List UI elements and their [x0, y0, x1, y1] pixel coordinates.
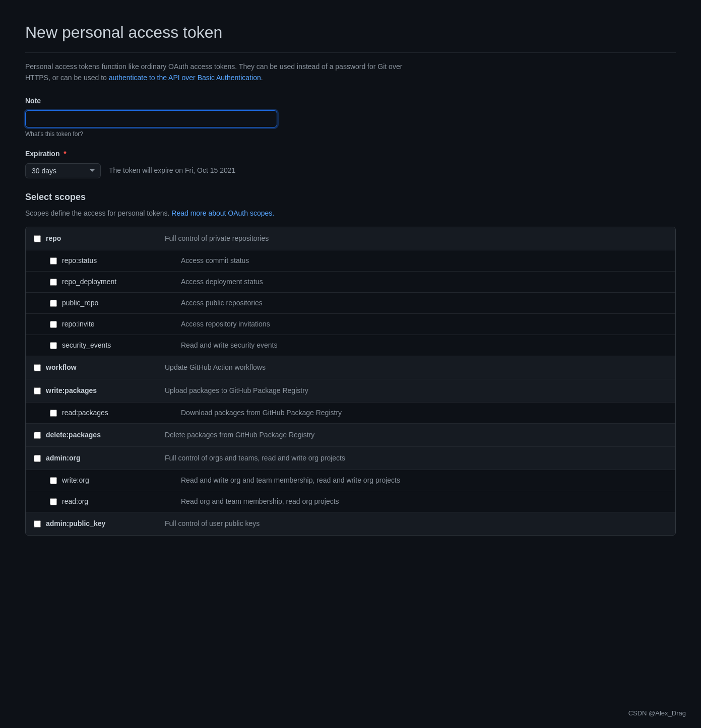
- scope-write-org-desc: Read and write org and team membership, …: [181, 475, 667, 486]
- scopes-description: Scopes define the access for personal to…: [25, 208, 676, 219]
- scope-admin-public-key-wrapper: admin:public_key Full control of user pu…: [26, 512, 675, 535]
- scope-admin-org-parent: admin:org Full control of orgs and teams…: [26, 447, 675, 470]
- expiration-select[interactable]: 7 days 30 days 60 days 90 days Custom No…: [25, 163, 101, 178]
- checkbox-write-packages[interactable]: [34, 387, 41, 394]
- scope-write-packages-parent: write:packages Upload packages to GitHub…: [26, 379, 675, 402]
- checkbox-security-events[interactable]: [50, 342, 57, 349]
- scope-admin-org-wrapper: admin:org Full control of orgs and teams…: [26, 447, 675, 512]
- scopes-section: Select scopes Scopes define the access f…: [25, 190, 676, 536]
- checkbox-read-org[interactable]: [50, 498, 57, 505]
- scope-repo-wrapper: repo Full control of private repositorie…: [26, 227, 675, 356]
- scope-repo-deployment-name: repo_deployment: [62, 277, 116, 287]
- scope-repo-status-name: repo:status: [62, 255, 97, 266]
- scope-admin-public-key-parent: admin:public_key Full control of user pu…: [26, 512, 675, 535]
- scope-delete-packages-parent: delete:packages Delete packages from Git…: [26, 424, 675, 446]
- scope-read-org-row: read:org Read org and team membership, r…: [26, 491, 675, 512]
- scope-repo-status-desc: Access commit status: [181, 255, 667, 266]
- scope-public-repo-row: public_repo Access public repositories: [26, 292, 675, 313]
- scope-repo-invite-name: repo:invite: [62, 319, 95, 329]
- checkbox-write-org[interactable]: [50, 477, 57, 484]
- checkbox-admin-org[interactable]: [34, 455, 41, 462]
- scope-write-packages-name: write:packages: [46, 385, 97, 396]
- scope-read-packages-row: read:packages Download packages from Git…: [26, 402, 675, 423]
- checkbox-public-repo[interactable]: [50, 300, 57, 307]
- scope-public-repo-name: public_repo: [62, 298, 98, 308]
- scope-admin-org-desc: Full control of orgs and teams, read and…: [165, 453, 667, 464]
- scope-read-packages-name: read:packages: [62, 408, 108, 418]
- checkbox-delete-packages[interactable]: [34, 432, 41, 439]
- checkbox-repo[interactable]: [34, 235, 41, 242]
- scope-repo-deployment-row: repo_deployment Access deployment status: [26, 271, 675, 292]
- checkbox-read-packages[interactable]: [50, 410, 57, 417]
- scope-workflow-desc: Update GitHub Action workflows: [165, 362, 667, 373]
- watermark: CSDN @Alex_Drag: [628, 708, 686, 718]
- required-indicator: *: [63, 150, 66, 158]
- checkbox-workflow[interactable]: [34, 364, 41, 371]
- note-label: Note: [25, 96, 676, 106]
- scopes-table: repo Full control of private repositorie…: [25, 227, 676, 536]
- scope-write-packages-desc: Upload packages to GitHub Package Regist…: [165, 385, 667, 396]
- scope-repo-deployment-desc: Access deployment status: [181, 277, 667, 287]
- scope-security-events-desc: Read and write security events: [181, 340, 667, 351]
- checkbox-repo-deployment[interactable]: [50, 279, 57, 286]
- scope-repo-desc: Full control of private repositories: [165, 233, 667, 244]
- note-input[interactable]: [25, 110, 277, 127]
- note-group: Note What's this token for?: [25, 96, 676, 139]
- scope-read-packages-desc: Download packages from GitHub Package Re…: [181, 408, 667, 418]
- scope-repo-parent: repo Full control of private repositorie…: [26, 227, 675, 250]
- scope-delete-packages-name: delete:packages: [46, 430, 101, 440]
- scope-security-events-row: security_events Read and write security …: [26, 335, 675, 356]
- page-description: Personal access tokens function like ord…: [25, 61, 428, 84]
- scope-read-org-name: read:org: [62, 496, 88, 507]
- expiration-row: 7 days 30 days 60 days 90 days Custom No…: [25, 163, 676, 178]
- note-hint: What's this token for?: [25, 129, 676, 139]
- scope-delete-packages-wrapper: delete:packages Delete packages from Git…: [26, 424, 675, 447]
- scope-admin-org-name: admin:org: [46, 453, 80, 464]
- scope-write-org-name: write:org: [62, 475, 89, 486]
- scope-repo-invite-row: repo:invite Access repository invitation…: [26, 313, 675, 335]
- api-auth-link[interactable]: authenticate to the API over Basic Authe…: [109, 74, 261, 82]
- expiration-group: Expiration * 7 days 30 days 60 days 90 d…: [25, 149, 676, 178]
- scopes-title: Select scopes: [25, 190, 676, 204]
- expiration-label: Expiration *: [25, 149, 676, 159]
- scope-write-packages-wrapper: write:packages Upload packages to GitHub…: [26, 379, 675, 424]
- scope-security-events-name: security_events: [62, 340, 111, 351]
- expiration-note: The token will expire on Fri, Oct 15 202…: [109, 165, 235, 176]
- oauth-scopes-link[interactable]: Read more about OAuth scopes.: [171, 209, 274, 217]
- scope-read-org-desc: Read org and team membership, read org p…: [181, 496, 667, 507]
- scope-workflow-name: workflow: [46, 362, 77, 373]
- checkbox-repo-invite[interactable]: [50, 321, 57, 328]
- checkbox-repo-status[interactable]: [50, 257, 57, 264]
- scope-admin-public-key-desc: Full control of user public keys: [165, 518, 667, 529]
- scope-repo-invite-desc: Access repository invitations: [181, 319, 667, 329]
- scope-workflow-wrapper: workflow Update GitHub Action workflows: [26, 356, 675, 379]
- scope-repo-name: repo: [46, 233, 61, 244]
- scope-write-org-row: write:org Read and write org and team me…: [26, 470, 675, 491]
- scope-workflow-parent: workflow Update GitHub Action workflows: [26, 356, 675, 379]
- scope-public-repo-desc: Access public repositories: [181, 298, 667, 308]
- scope-repo-status-row: repo:status Access commit status: [26, 250, 675, 271]
- checkbox-admin-public-key[interactable]: [34, 520, 41, 527]
- scope-admin-public-key-name: admin:public_key: [46, 518, 105, 529]
- scope-delete-packages-desc: Delete packages from GitHub Package Regi…: [165, 430, 667, 440]
- page-title: New personal access token: [25, 20, 676, 53]
